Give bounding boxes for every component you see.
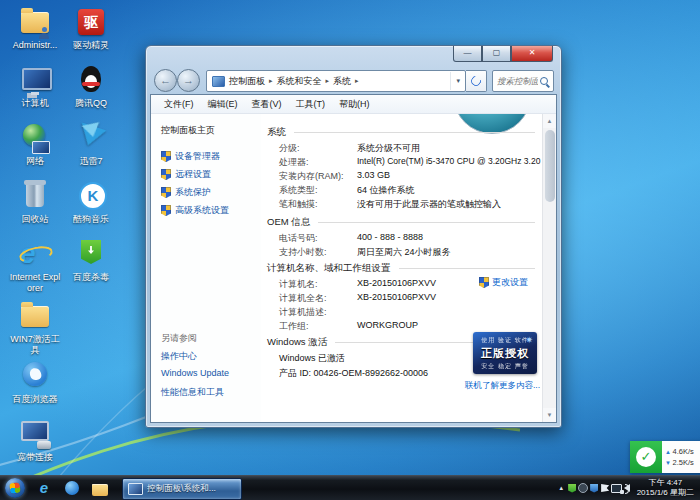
window-client-area: 文件(F) 编辑(E) 查看(V) 工具(T) 帮助(H) 控制面板主页 设备管… xyxy=(150,94,557,423)
network-globe-icon xyxy=(18,122,52,154)
start-button[interactable] xyxy=(5,478,25,498)
uac-shield-icon xyxy=(161,151,171,162)
menu-edit[interactable]: 编辑(E) xyxy=(201,98,245,111)
menu-bar: 文件(F) 编辑(E) 查看(V) 工具(T) 帮助(H) xyxy=(151,95,556,114)
ie-icon: e xyxy=(18,238,52,270)
tray-volume-icon[interactable] xyxy=(622,476,633,500)
change-settings-link[interactable]: 更改设置 xyxy=(479,276,528,289)
sidebar-performance-tools[interactable]: 性能信息和工具 xyxy=(161,386,224,399)
uac-shield-icon xyxy=(161,187,171,198)
desktop-icon-baidu-antivirus[interactable]: 百度杀毒 xyxy=(64,238,118,283)
network-speed-panel: ▲ 4.6K/s ▼ 2.5K/s xyxy=(662,441,700,473)
desktop-icon-qq[interactable]: 腾讯QQ xyxy=(64,64,118,109)
search-box[interactable] xyxy=(492,70,554,92)
row-support-hours: 支持小时数: 周日至周六 24小时服务 xyxy=(279,246,537,259)
refresh-button[interactable] xyxy=(466,70,487,92)
scroll-up-arrow[interactable]: ▲ xyxy=(543,114,556,128)
main-panel: 系统 分级: 系统分级不可用 处理器: Intel(R) Core(TM) i5… xyxy=(261,114,543,422)
minimize-button[interactable]: — xyxy=(453,46,482,62)
kugou-icon: K xyxy=(74,180,108,212)
desktop-icon-xunlei[interactable]: 迅雷7 xyxy=(64,122,118,167)
uac-shield-icon xyxy=(161,169,171,180)
desktop-icon-computer[interactable]: 计算机 xyxy=(8,64,62,109)
icon-label: 酷狗音乐 xyxy=(64,214,118,225)
tray-security-shield-icon[interactable] xyxy=(589,476,600,500)
desktop-icon-win7-activator[interactable]: WIN7激活工具 xyxy=(8,300,62,356)
tray-antivirus-icon[interactable] xyxy=(567,476,578,500)
taskbar-baidu-browser-icon[interactable] xyxy=(60,478,84,500)
taskbar-clock[interactable]: 下午 4:47 2015/1/6 星期二 xyxy=(633,478,700,498)
broadband-connection-icon xyxy=(18,418,52,450)
desktop-icon-administrator[interactable]: Administr... xyxy=(8,6,62,51)
caption-buttons: — ▢ ✕ xyxy=(453,46,553,62)
clock-date: 2015/1/6 星期二 xyxy=(637,488,694,498)
icon-label: WIN7激活工具 xyxy=(8,334,62,356)
ram-value: 3.03 GB xyxy=(357,170,390,180)
menu-tools[interactable]: 工具(T) xyxy=(289,98,333,111)
desktop-icon-network[interactable]: 网络 xyxy=(8,122,62,167)
row-pen-touch: 笔和触摸: 没有可用于此显示器的笔或触控输入 xyxy=(279,198,537,211)
scrollbar-thumb[interactable] xyxy=(545,130,555,202)
sidebar: 控制面板主页 设备管理器 远程设置 系统保护 xyxy=(151,114,261,422)
maximize-button[interactable]: ▢ xyxy=(482,46,511,62)
folder-icon xyxy=(18,300,52,332)
sidebar-control-panel-home[interactable]: 控制面板主页 xyxy=(161,124,215,137)
breadcrumb-system-security[interactable]: 系统和安全 xyxy=(277,75,334,88)
baidu-antivirus-shield-icon xyxy=(74,238,108,270)
tray-status-dot-icon[interactable] xyxy=(578,476,589,500)
safety-check-panel[interactable]: ✓ xyxy=(630,441,662,473)
desktop-icon-kugou[interactable]: K 酷狗音乐 xyxy=(64,180,118,225)
breadcrumb-control-panel[interactable]: 控制面板 xyxy=(229,75,277,88)
taskbar-ie-icon[interactable]: e xyxy=(32,478,56,498)
window-body: 控制面板主页 设备管理器 远程设置 系统保护 xyxy=(151,114,556,422)
menu-file[interactable]: 文件(F) xyxy=(157,98,201,111)
qq-penguin-icon xyxy=(74,64,108,96)
close-button[interactable]: ✕ xyxy=(511,46,553,62)
badge-bottom-text: 安全 稳定 声誉 xyxy=(473,362,537,371)
row-label: 计算机全名: xyxy=(279,292,327,305)
recycle-bin-icon xyxy=(18,180,52,212)
scroll-down-arrow[interactable]: ▼ xyxy=(543,408,556,422)
desktop-icon-recycle-bin[interactable]: 回收站 xyxy=(8,180,62,225)
taskbar-explorer-icon[interactable] xyxy=(88,478,112,500)
tray-network-icon[interactable] xyxy=(611,476,622,500)
breadcrumb-system[interactable]: 系统 xyxy=(333,75,363,88)
rating-unavailable-link[interactable]: 系统分级不可用 xyxy=(357,142,420,155)
address-bar[interactable]: 控制面板 系统和安全 系统 ▾ xyxy=(206,70,466,92)
learn-more-online-link[interactable]: 联机了解更多内容... xyxy=(465,380,540,392)
desktop-icon-driver-genius[interactable]: 驱 驱动精灵 xyxy=(64,6,118,51)
row-label: 笔和触摸: xyxy=(279,198,318,211)
desktop-icon-internet-explorer[interactable]: e Internet Explorer xyxy=(8,238,62,294)
sidebar-system-protection[interactable]: 系统保护 xyxy=(161,186,211,199)
vertical-scrollbar[interactable]: ▲ ▼ xyxy=(542,114,556,422)
taskbar: e 控制面板\系统和... ▲ 下午 4:47 2015/1/6 星期二 xyxy=(0,475,700,500)
product-id-value: 产品 ID: 00426-OEM-8992662-00006 xyxy=(279,367,428,380)
sidebar-action-center[interactable]: 操作中心 xyxy=(161,350,197,363)
back-button[interactable]: ← xyxy=(154,69,177,92)
genuine-windows-badge[interactable]: ✷ 使用 验证 软件 正版授权 安全 稳定 声誉 xyxy=(473,332,537,374)
address-dropdown-arrow[interactable]: ▾ xyxy=(450,72,465,90)
search-input[interactable] xyxy=(493,76,538,86)
tray-action-flag-icon[interactable] xyxy=(600,476,611,500)
sidebar-device-manager[interactable]: 设备管理器 xyxy=(161,150,220,163)
row-label: 安装内存(RAM): xyxy=(279,170,344,183)
menu-view[interactable]: 查看(V) xyxy=(245,98,289,111)
desktop-icon-broadband[interactable]: 宽带连接 xyxy=(8,418,62,463)
desktop-icon-baidu-browser[interactable]: 百度浏览器 xyxy=(8,360,62,405)
search-icon xyxy=(540,77,548,85)
show-hidden-icons-button[interactable]: ▲ xyxy=(556,476,567,500)
menu-help[interactable]: 帮助(H) xyxy=(332,98,377,111)
processor-value: Intel(R) Core(TM) i5-3470 CPU @ 3.20GHz … xyxy=(357,156,543,168)
system-type-value: 64 位操作系统 xyxy=(357,184,415,197)
forward-button[interactable]: → xyxy=(177,69,200,92)
sidebar-remote-settings[interactable]: 远程设置 xyxy=(161,168,211,181)
sidebar-item-label: 系统保护 xyxy=(175,186,211,199)
sidebar-windows-update[interactable]: Windows Update xyxy=(161,368,229,378)
computer-name-value: XB-20150106PXVV xyxy=(357,278,436,288)
desktop-wallpaper: Administr... 驱 驱动精灵 计算机 腾讯QQ 网络 迅雷7 回收站 … xyxy=(0,0,700,500)
sidebar-advanced-system-settings[interactable]: 高级系统设置 xyxy=(161,204,229,217)
icon-label: 腾讯QQ xyxy=(64,98,118,109)
security-speed-widget[interactable]: ✓ ▲ 4.6K/s ▼ 2.5K/s xyxy=(630,441,700,473)
taskbar-task-control-panel[interactable]: 控制面板\系统和... xyxy=(122,478,242,500)
section-title: 系统 xyxy=(267,126,286,139)
